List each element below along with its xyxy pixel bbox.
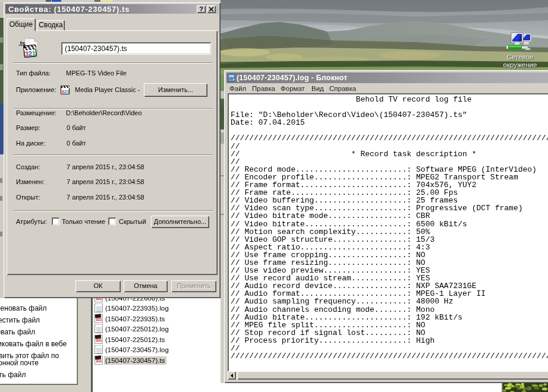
svg-text:1: 1 bbox=[67, 89, 70, 94]
svg-text:1: 1 bbox=[32, 49, 36, 56]
